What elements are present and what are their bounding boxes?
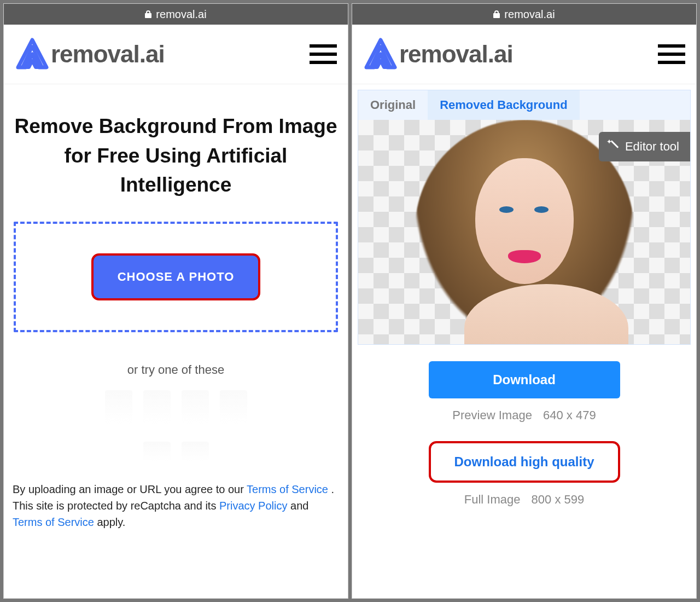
logo-text: removal.ai <box>51 40 165 68</box>
header: removal.ai <box>4 25 348 84</box>
privacy-policy-link[interactable]: Privacy Policy <box>219 500 287 512</box>
result-panel: Original Removed Background Editor tool <box>358 90 691 345</box>
downloads-section: Download Preview Image 640 x 479 Downloa… <box>358 345 691 531</box>
logo-text: removal.ai <box>399 40 513 68</box>
logo[interactable]: removal.ai <box>363 37 513 72</box>
sample-thumb[interactable] <box>143 390 171 424</box>
addressbar: removal.ai <box>352 4 696 25</box>
editor-tool-label: Editor tool <box>625 140 679 154</box>
addressbar: removal.ai <box>4 4 348 25</box>
lock-icon <box>145 10 151 18</box>
result-tabs: Original Removed Background <box>358 90 690 120</box>
preview-image-size: 640 x 479 <box>543 408 596 422</box>
terms-of-service-link[interactable]: Terms of Service <box>247 483 328 495</box>
full-image-caption: Full Image 800 x 599 <box>464 493 584 507</box>
phone-left: removal.ai removal.ai Remove Background … <box>3 3 348 599</box>
lock-icon <box>493 10 500 18</box>
download-high-quality-button[interactable]: Download high quality <box>429 441 620 483</box>
terms-of-service-link-2[interactable]: Terms of Service <box>13 516 94 528</box>
header: removal.ai <box>352 25 696 84</box>
tab-original[interactable]: Original <box>358 90 428 120</box>
sample-thumb[interactable] <box>182 442 209 461</box>
preview-image-caption: Preview Image 640 x 479 <box>452 408 596 422</box>
sample-thumb[interactable] <box>143 442 171 461</box>
sample-thumbnails-row-2 <box>13 442 339 461</box>
hero-heading: Remove Background From Image for Free Us… <box>13 112 339 200</box>
wand-icon <box>608 141 619 152</box>
legal-prefix: By uploading an image or URL you agree t… <box>13 483 247 495</box>
preview-image-label: Preview Image <box>452 408 532 422</box>
hamburger-menu-icon[interactable] <box>310 44 337 64</box>
full-image-size: 800 x 599 <box>532 493 585 506</box>
upload-dropzone[interactable]: CHOOSE A PHOTO <box>14 222 338 332</box>
result-image-preview: Editor tool <box>358 120 690 344</box>
choose-photo-button[interactable]: CHOOSE A PHOTO <box>91 253 261 300</box>
sample-thumbnails-row <box>13 390 339 424</box>
phone-right: removal.ai removal.ai Original Removed B… <box>352 3 697 599</box>
full-image-label: Full Image <box>464 493 521 506</box>
download-button[interactable]: Download <box>429 361 620 398</box>
logo-mark-icon <box>15 37 50 72</box>
address-domain: removal.ai <box>156 8 206 21</box>
hamburger-menu-icon[interactable] <box>658 44 685 64</box>
tab-removed-background[interactable]: Removed Background <box>428 90 580 120</box>
legal-suffix: apply. <box>97 516 126 528</box>
page-right-body: Original Removed Background Editor tool <box>352 84 696 598</box>
legal-mid2: and <box>290 500 308 512</box>
legal-text: By uploading an image or URL you agree t… <box>13 481 339 530</box>
sample-thumb[interactable] <box>105 390 132 424</box>
editor-tool-button[interactable]: Editor tool <box>599 132 690 161</box>
try-one-of-these-text: or try one of these <box>13 363 339 377</box>
sample-thumb[interactable] <box>220 390 247 424</box>
page-left-body: Remove Background From Image for Free Us… <box>4 84 348 598</box>
logo-mark-icon <box>363 37 398 72</box>
address-domain: removal.ai <box>504 8 555 21</box>
logo[interactable]: removal.ai <box>15 37 165 72</box>
sample-thumb[interactable] <box>182 390 209 424</box>
